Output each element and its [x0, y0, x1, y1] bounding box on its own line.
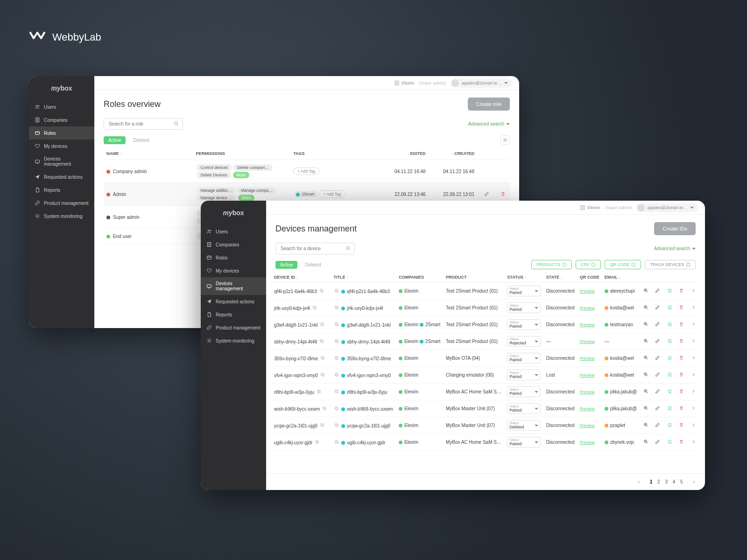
- expand-button[interactable]: [690, 405, 697, 413]
- user-chip[interactable]: appdev@2smart.te…: [636, 203, 698, 212]
- status-select[interactable]: StatusPaired: [507, 403, 541, 414]
- qr-preview-link[interactable]: Preview: [580, 440, 595, 445]
- edit-button[interactable]: [654, 438, 661, 446]
- sidebar-item-roles[interactable]: Roles: [29, 126, 94, 140]
- action-csv-button[interactable]: CSV: [576, 260, 601, 269]
- edit-row-button[interactable]: [483, 190, 490, 198]
- zoom-button[interactable]: [642, 287, 649, 295]
- sidebar-item-reports[interactable]: Reports: [29, 183, 94, 196]
- edit-button[interactable]: [654, 371, 661, 379]
- create-ids-button[interactable]: Create IDs: [654, 222, 696, 235]
- copy-icon[interactable]: [333, 388, 340, 396]
- sidebar-item-devices-management[interactable]: Devices management: [29, 153, 94, 170]
- copy-icon[interactable]: [333, 304, 340, 312]
- zoom-button[interactable]: [642, 321, 649, 329]
- cart-button[interactable]: [666, 304, 673, 312]
- edit-button[interactable]: [654, 354, 661, 362]
- status-select[interactable]: StatusPaired: [507, 319, 541, 330]
- status-select[interactable]: StatusPaired: [507, 353, 541, 364]
- cart-button[interactable]: [666, 438, 673, 446]
- copy-icon[interactable]: [311, 304, 318, 312]
- page-5[interactable]: 5: [678, 478, 685, 485]
- cart-button[interactable]: [666, 421, 673, 429]
- copy-icon[interactable]: [333, 371, 340, 379]
- delete-button[interactable]: [678, 337, 685, 345]
- qr-preview-link[interactable]: Preview: [580, 390, 595, 394]
- pagination[interactable]: ‹ 1 2 3 4 5 ›: [266, 473, 705, 490]
- sidebar-item-users[interactable]: Users: [29, 100, 94, 113]
- delete-button[interactable]: [678, 287, 685, 295]
- status-select[interactable]: StatusPaired: [507, 437, 541, 448]
- table-row[interactable]: wish-b969-bycc-sxwm wish-b969-bycc-sxwm …: [272, 400, 699, 417]
- table-row[interactable]: 359o-byng-x7l2-0lme 359o-byng-x7l2-0lme …: [272, 350, 699, 367]
- cart-button[interactable]: [666, 337, 673, 345]
- sidebar-item-product-management[interactable]: Product management: [29, 196, 94, 210]
- table-row[interactable]: sbhy-drmy-14pt-4t49 sbhy-drmy-14pt-4t49 …: [272, 333, 699, 350]
- action-products-button[interactable]: PRODUCTS: [531, 260, 572, 269]
- copy-icon[interactable]: [319, 371, 326, 379]
- qr-preview-link[interactable]: Preview: [580, 373, 595, 378]
- expand-button[interactable]: [690, 438, 697, 446]
- status-select[interactable]: StatusPaired: [507, 386, 541, 397]
- copy-icon[interactable]: [314, 439, 320, 446]
- org-chip[interactable]: Elexim (Super admin): [394, 80, 446, 86]
- status-tabs[interactable]: Active Deleted: [275, 261, 326, 269]
- sidebar-item-companies[interactable]: Companies: [201, 238, 266, 251]
- org-chip[interactable]: Elexim (Super admin): [580, 205, 632, 210]
- table-row[interactable]: ycqw-gc2a-1t01-ujg0 ycqw-gc2a-1t01-ujg0 …: [272, 417, 699, 434]
- sidebar-item-my-devices[interactable]: My devices: [201, 264, 266, 277]
- copy-icon[interactable]: [333, 321, 340, 329]
- status-tabs[interactable]: Active Deleted: [104, 136, 154, 144]
- copy-icon[interactable]: [333, 355, 340, 362]
- cart-button[interactable]: [666, 405, 673, 413]
- page-4[interactable]: 4: [671, 478, 677, 485]
- search-role-input[interactable]: [104, 118, 183, 130]
- sidebar-item-roles[interactable]: Roles: [201, 251, 266, 264]
- table-row[interactable]: g3wf-ddg8-1v21-1nkl g3wf-ddg8-1v21-1nkl …: [272, 316, 699, 333]
- table-settings-button[interactable]: [500, 135, 510, 145]
- edit-button[interactable]: [654, 421, 661, 429]
- copy-icon[interactable]: [333, 287, 340, 295]
- sidebar-item-product-management[interactable]: Product management: [201, 321, 266, 334]
- copy-icon[interactable]: [319, 355, 326, 362]
- table-row[interactable]: Company admin Control devicesDelete comp…: [104, 160, 510, 183]
- next-page[interactable]: ›: [691, 478, 697, 485]
- tab-deleted[interactable]: Deleted: [128, 136, 154, 144]
- sidebar-item-system-monitoring[interactable]: System monitoring: [201, 334, 266, 347]
- add-tag-button[interactable]: + Add Tag: [293, 168, 319, 175]
- edit-button[interactable]: [654, 337, 661, 345]
- expand-button[interactable]: [690, 371, 697, 379]
- copy-icon[interactable]: [318, 338, 325, 345]
- sidebar-item-companies[interactable]: Companies: [29, 113, 94, 126]
- status-select[interactable]: StatusDeleted: [507, 420, 541, 431]
- expand-button[interactable]: [690, 304, 697, 312]
- advanced-search-link[interactable]: Advanced search: [468, 121, 510, 126]
- delete-button[interactable]: [678, 421, 685, 429]
- status-select[interactable]: StatusPaired: [507, 370, 541, 380]
- edit-button[interactable]: [654, 321, 661, 329]
- edit-button[interactable]: [654, 405, 661, 413]
- user-chip[interactable]: appdev@2smart.te…: [451, 78, 513, 88]
- delete-button[interactable]: [678, 321, 685, 329]
- edit-button[interactable]: [654, 388, 661, 396]
- prev-page[interactable]: ‹: [636, 478, 641, 485]
- sidebar-item-my-devices[interactable]: My devices: [29, 140, 94, 153]
- create-role-button[interactable]: Create role: [468, 98, 510, 111]
- copy-icon[interactable]: [319, 422, 325, 429]
- add-tag-button[interactable]: + Add Tag: [319, 190, 345, 198]
- qr-preview-link[interactable]: Preview: [580, 322, 595, 327]
- cart-button[interactable]: [666, 354, 673, 362]
- advanced-search-link[interactable]: Advanced search: [654, 246, 696, 251]
- expand-button[interactable]: [690, 287, 697, 295]
- delete-button[interactable]: [678, 388, 685, 396]
- sidebar-item-requested-actions[interactable]: Requested actions: [29, 170, 94, 183]
- expand-button[interactable]: [690, 321, 697, 329]
- page-2[interactable]: 2: [655, 478, 662, 485]
- edit-button[interactable]: [654, 304, 661, 312]
- tab-active[interactable]: Active: [275, 261, 297, 269]
- page-1[interactable]: 1: [648, 478, 655, 485]
- copy-icon[interactable]: [316, 388, 322, 396]
- sidebar-item-requested-actions[interactable]: Requested actions: [201, 295, 266, 308]
- expand-button[interactable]: [690, 388, 697, 396]
- cart-button[interactable]: [666, 321, 673, 329]
